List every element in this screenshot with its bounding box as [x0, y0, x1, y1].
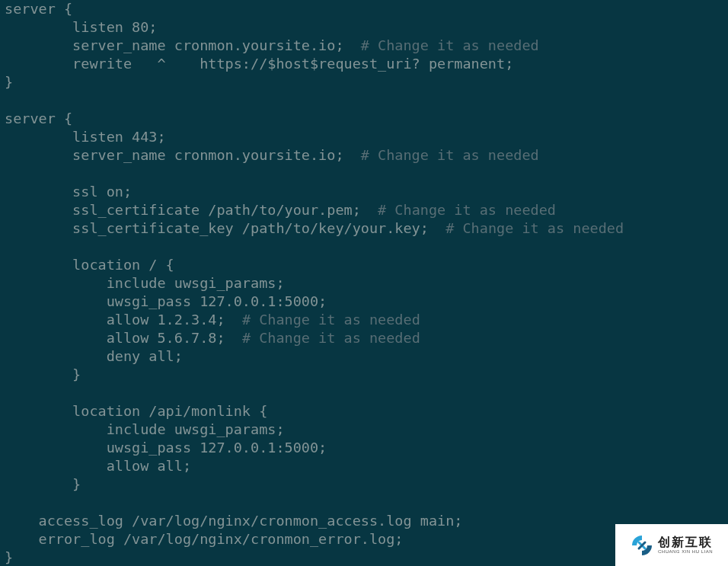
- code-text: uwsgi_pass 127.0.0.1:5000;: [5, 440, 327, 456]
- code-comment: # Change it as needed: [378, 202, 556, 218]
- code-text: ssl_certificate_key /path/to/key/your.ke…: [5, 220, 445, 236]
- code-text: server_name cronmon.yoursite.io;: [5, 147, 361, 163]
- watermark-logo: 创新互联 CHUANG XIN HU LIAN: [615, 524, 728, 566]
- code-comment: # Change it as needed: [445, 220, 624, 236]
- nginx-config-code: server { listen 80; server_name cronmon.…: [0, 0, 728, 566]
- code-text: error_log /var/log/nginx/cronmon_error.l…: [5, 531, 403, 547]
- code-comment: # Change it as needed: [242, 312, 420, 328]
- code-text: listen 80;: [5, 19, 157, 35]
- code-text: include uwsgi_params;: [5, 275, 285, 291]
- code-text: server {: [5, 110, 72, 126]
- code-text: }: [5, 476, 81, 492]
- code-text: uwsgi_pass 127.0.0.1:5000;: [5, 293, 327, 309]
- code-text: }: [5, 549, 13, 565]
- code-text: location / {: [5, 257, 174, 273]
- code-text: deny all;: [5, 348, 183, 364]
- code-text: listen 443;: [5, 129, 166, 145]
- code-text: allow all;: [5, 458, 191, 474]
- code-comment: # Change it as needed: [242, 330, 420, 346]
- code-text: server_name cronmon.yoursite.io;: [5, 37, 361, 53]
- logo-icon: [631, 534, 653, 557]
- code-comment: # Change it as needed: [361, 147, 539, 163]
- code-text: server {: [5, 1, 72, 17]
- code-comment: # Change it as needed: [361, 37, 539, 53]
- logo-en: CHUANG XIN HU LIAN: [658, 549, 713, 554]
- code-text: rewrite ^ https://$host$request_uri? per…: [5, 56, 513, 72]
- logo-text: 创新互联 CHUANG XIN HU LIAN: [658, 536, 713, 554]
- code-text: ssl on;: [5, 184, 132, 200]
- code-text: allow 1.2.3.4;: [5, 312, 242, 328]
- logo-cn: 创新互联: [658, 536, 713, 549]
- code-text: location /api/monlink {: [5, 403, 267, 419]
- code-text: }: [5, 74, 13, 90]
- code-text: access_log /var/log/nginx/cronmon_access…: [5, 513, 462, 529]
- code-text: allow 5.6.7.8;: [5, 330, 242, 346]
- code-text: }: [5, 366, 81, 382]
- code-text: include uwsgi_params;: [5, 421, 285, 437]
- code-text: ssl_certificate /path/to/your.pem;: [5, 202, 378, 218]
